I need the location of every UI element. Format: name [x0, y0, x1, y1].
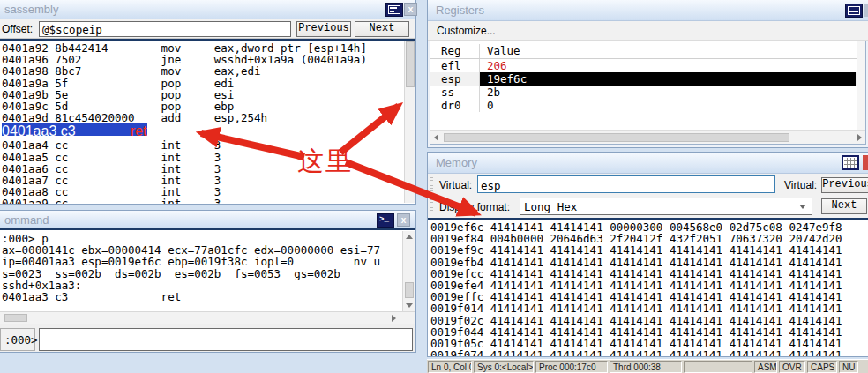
chevron-down-icon	[799, 205, 806, 209]
asm-lines-before[interactable]: 0401a92 8b442414 mov eax,dword ptr [esp+…	[2, 42, 415, 123]
display-format-value: Long Hex	[524, 200, 577, 213]
registers-title: Registers	[436, 4, 484, 17]
command-prompt-label: :000>	[0, 328, 35, 351]
register-row[interactable]: esp 19ef6c	[430, 72, 865, 86]
toolbar-grip[interactable]	[430, 177, 433, 191]
command-horizontal-scrollbar[interactable]	[0, 311, 415, 324]
registers-titlebar[interactable]: Registers	[428, 0, 868, 21]
register-row[interactable]: ss 2b	[430, 86, 865, 99]
display-format-label: Display format:	[439, 201, 510, 213]
command-title: ommand	[4, 213, 49, 227]
registers-header: Reg Value	[430, 41, 865, 59]
register-name: dr0	[430, 99, 480, 112]
register-value: 0	[480, 99, 856, 112]
status-cell: Sys 0:<Local>	[474, 361, 534, 373]
scroll-up-icon[interactable]	[406, 235, 413, 239]
command-prompt-icon: >_	[377, 213, 394, 228]
status-cell: Ln 0, Col 0	[428, 361, 472, 373]
close-icon[interactable]: x	[397, 213, 410, 227]
offset-input[interactable]: @$scopeip	[39, 21, 291, 37]
disassembly-panel: sassembly x Offset: @$scopeip Previous N…	[0, 0, 416, 205]
registers-vertical-scrollbar[interactable]	[857, 41, 865, 130]
memory-panel: Memory Virtual: esp Virtual: Previous Di…	[427, 152, 868, 357]
value-column-header: Value	[480, 44, 856, 58]
scrollbar-thumb[interactable]	[4, 314, 27, 322]
next-button[interactable]: Next	[355, 21, 409, 37]
status-cell: ASM	[754, 361, 777, 373]
command-vertical-scrollbar[interactable]	[402, 231, 415, 311]
windbg-workspace: sassembly x Offset: @$scopeip Previous N…	[0, 0, 868, 373]
command-input[interactable]	[39, 328, 413, 351]
scrollbar-thumb[interactable]	[406, 41, 415, 87]
scroll-right-icon[interactable]	[392, 315, 396, 322]
registers-window-icon	[845, 4, 863, 18]
memory-dump-area[interactable]: 0019ef6c 41414141 41414141 00000300 0045…	[428, 218, 868, 356]
memory-next-button[interactable]: Next	[821, 198, 867, 214]
status-cell: Thrd 000:38	[610, 361, 682, 373]
asm-selected-line[interactable]: 0401aa3 c3 ret	[2, 123, 147, 135]
close-icon[interactable]	[864, 4, 868, 17]
disassembly-titlebar[interactable]: sassembly x	[0, 0, 415, 19]
virtual-label: Virtual:	[439, 179, 472, 191]
command-panel: ommand >_ x :000> p ax=0000141c ebx=0000…	[0, 210, 416, 353]
asm-selected-address: 0401aa3 c3	[2, 123, 131, 138]
memory-format-toolbar: Display format: Long Hex Next	[428, 196, 868, 218]
registers-rows: efl 206 esp 19ef6c ss 2b dr0 0	[430, 59, 865, 112]
close-icon[interactable]	[863, 155, 868, 170]
customize-link[interactable]: Customize...	[428, 21, 868, 41]
register-row[interactable]: efl 206	[430, 59, 865, 72]
toolbar-grip[interactable]	[430, 199, 433, 213]
status-bar: Ln 0, Col 0 Sys 0:<Local> Proc 000:17c0 …	[427, 359, 868, 373]
status-cell: OVR	[779, 361, 805, 373]
memory-address-toolbar: Virtual: esp Virtual: Previous	[428, 174, 868, 196]
memory-previous-button[interactable]: Previous	[821, 177, 868, 193]
command-titlebar[interactable]: ommand >_ x	[0, 211, 415, 228]
command-output: :000> p ax=0000141c ebx=00000414 ecx=77a…	[0, 228, 415, 311]
register-row[interactable]: dr0 0	[430, 99, 865, 112]
reg-column-header: Reg	[430, 44, 480, 58]
status-cell: CAPS	[807, 361, 837, 373]
disassembly-title: sassembly	[4, 3, 58, 16]
status-cell: NU	[839, 361, 858, 373]
memory-rows[interactable]: 0019ef6c 41414141 41414141 00000300 0045…	[430, 221, 868, 356]
asm-selected-mnemonic: ret	[131, 123, 147, 138]
virtual-label-right: Virtual:	[784, 179, 817, 191]
previous-button[interactable]: Previous	[296, 21, 351, 37]
offset-label: Offset:	[2, 23, 33, 35]
memory-grid-icon	[842, 155, 859, 170]
register-value: 206	[480, 59, 856, 72]
scroll-down-icon[interactable]	[406, 303, 413, 308]
scrollbar-thumb[interactable]	[444, 133, 789, 142]
asm-lines-after[interactable]: 0401aa4 cc int 3 0401aa5 cc int 3 0401aa…	[2, 139, 415, 204]
register-name: efl	[430, 59, 480, 72]
command-output-text: :000> p ax=0000141c ebx=00000414 ecx=77a…	[2, 233, 415, 302]
status-cell	[684, 361, 752, 373]
scroll-left-icon[interactable]	[434, 134, 438, 141]
scrollbar-thumb[interactable]	[405, 282, 414, 298]
close-icon[interactable]: x	[404, 3, 417, 16]
registers-horizontal-scrollbar[interactable]	[430, 130, 865, 144]
display-format-dropdown[interactable]: Long Hex	[520, 198, 812, 215]
command-input-row: :000>	[0, 327, 415, 352]
registers-panel: Registers Customize... Reg Value efl 206…	[427, 0, 868, 148]
disassembly-toolbar: Offset: @$scopeip Previous Next	[0, 19, 415, 39]
register-name: ss	[430, 86, 480, 99]
register-value: 2b	[480, 86, 856, 99]
disassembly-code-area[interactable]: 0401a92 8b442414 mov eax,dword ptr [esp+…	[0, 39, 415, 204]
virtual-address-input[interactable]: esp	[477, 175, 775, 193]
scroll-right-icon[interactable]	[857, 134, 862, 141]
memory-title: Memory	[436, 156, 477, 169]
registers-table: Reg Value efl 206 esp 19ef6c ss 2b dr0	[430, 41, 866, 145]
register-value: 19ef6c	[480, 72, 856, 86]
disassembly-window-icon	[385, 3, 403, 17]
memory-titlebar[interactable]: Memory	[428, 153, 868, 174]
disassembly-vertical-scrollbar[interactable]	[404, 41, 415, 203]
status-cell: Proc 000:17c0	[535, 361, 608, 373]
register-name: esp	[430, 72, 480, 86]
